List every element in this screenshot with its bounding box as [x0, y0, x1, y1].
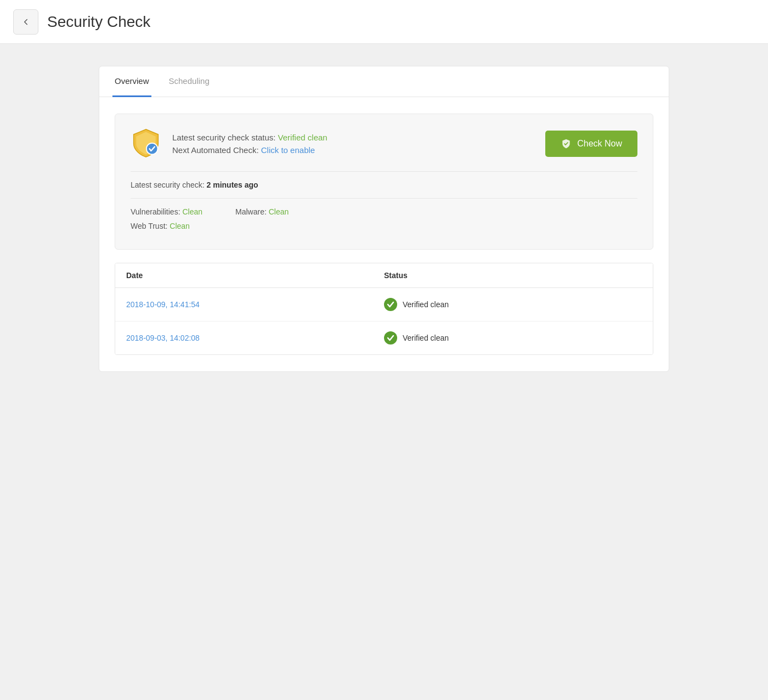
- tab-scheduling[interactable]: Scheduling: [167, 66, 212, 97]
- table-row: 2018-09-03, 14:02:08 Verified clean: [115, 321, 653, 354]
- table-header: Date Status: [115, 263, 653, 288]
- status-text-1: Verified clean: [403, 300, 449, 309]
- click-to-enable-link[interactable]: Click to enable: [261, 145, 315, 155]
- web-trust-value: Clean: [170, 222, 190, 230]
- table-row: 2018-10-09, 14:41:54 Verified clean: [115, 288, 653, 321]
- latest-check-line: Latest security check: 2 minutes ago: [131, 180, 637, 189]
- column-header-status: Status: [384, 271, 642, 280]
- latest-check-value: 2 minutes ago: [207, 180, 258, 189]
- verified-clean-icon-1: [384, 298, 397, 311]
- row-status-2: Verified clean: [384, 331, 642, 345]
- vulnerabilities-value: Clean: [182, 207, 202, 216]
- back-button[interactable]: [13, 9, 38, 35]
- arrow-left-icon: [21, 17, 31, 27]
- main-content: Overview Scheduling: [0, 44, 768, 394]
- shield-icon-wrapper: [131, 127, 161, 160]
- page-title: Security Check: [47, 13, 150, 31]
- verified-clean-icon-2: [384, 331, 397, 345]
- status-section: Latest security check status: Verified c…: [115, 114, 653, 250]
- status-text-2: Verified clean: [403, 334, 449, 342]
- metric-malware: Malware: Clean: [235, 207, 289, 216]
- status-info: Latest security check status: Verified c…: [131, 127, 327, 160]
- tab-bar: Overview Scheduling: [99, 66, 669, 97]
- tab-overview[interactable]: Overview: [112, 66, 151, 97]
- row-status-1: Verified clean: [384, 298, 642, 311]
- row-date-2[interactable]: 2018-09-03, 14:02:08: [126, 334, 384, 342]
- metric-web-trust: Web Trust: Clean: [131, 222, 190, 230]
- history-table: Date Status 2018-10-09, 14:41:54 Verifie…: [115, 263, 653, 355]
- main-card: Overview Scheduling: [99, 66, 669, 372]
- check-now-button[interactable]: Check Now: [545, 131, 637, 157]
- metric-vulnerabilities: Vulnerabilities: Clean: [131, 207, 202, 216]
- card-body: Latest security check status: Verified c…: [99, 97, 669, 371]
- checkmark-icon-1: [387, 301, 394, 308]
- row-date-1[interactable]: 2018-10-09, 14:41:54: [126, 300, 384, 309]
- status-latest-line: Latest security check status: Verified c…: [172, 133, 327, 142]
- status-next-check-line: Next Automated Check: Click to enable: [172, 145, 327, 155]
- status-text-group: Latest security check status: Verified c…: [172, 133, 327, 155]
- malware-value: Clean: [269, 207, 289, 216]
- metrics-row-2: Web Trust: Clean: [131, 222, 637, 230]
- divider-1: [131, 171, 637, 172]
- header: Security Check: [0, 0, 768, 44]
- checkmark-icon-2: [387, 334, 394, 342]
- status-verified-value: Verified clean: [278, 133, 327, 142]
- button-shield-icon: [561, 138, 572, 149]
- status-top-row: Latest security check status: Verified c…: [131, 127, 637, 160]
- column-header-date: Date: [126, 271, 384, 280]
- shield-icon: [131, 127, 161, 158]
- divider-2: [131, 198, 637, 199]
- metrics-row-1: Vulnerabilities: Clean Malware: Clean: [131, 207, 637, 216]
